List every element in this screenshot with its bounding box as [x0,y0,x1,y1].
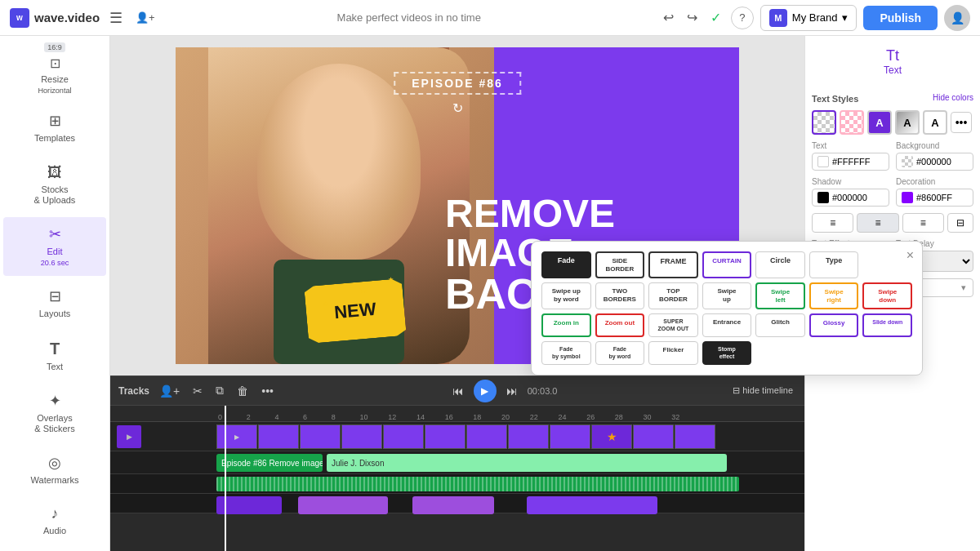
add-track-button[interactable]: 👤+ [156,383,183,399]
effect-curtain[interactable]: CURTAIN [702,251,752,278]
more-styles-button[interactable]: ••• [951,112,972,133]
stocks-icon: 🖼 [47,164,62,181]
effect-super-zoom[interactable]: SUPERZOOM OUT [648,313,698,337]
effect-swipe-up[interactable]: Swipeup [702,282,752,309]
style-outline-a[interactable]: A [923,110,947,135]
style-checkered[interactable] [812,110,836,135]
canvas-new-sticker[interactable]: NEW [304,278,407,344]
sidebar-item-audio[interactable]: ♪ Audio [3,497,106,544]
track-audio-content[interactable] [216,474,804,493]
publish-button[interactable]: Publish [863,6,938,30]
prev-button[interactable]: ⏮ [449,383,467,399]
overlays-icon: ✦ [49,392,61,410]
align-left-button[interactable]: ≡ [812,213,853,233]
text-tab-icon: Tt [886,47,899,64]
undo-button[interactable]: ↩ [660,7,677,29]
canvas-episode-text[interactable]: EPISODE #86 [394,72,521,95]
sidebar-item-label: Audio [43,526,66,536]
effect-fade-word[interactable]: Fadeby word [595,341,645,365]
sidebar-item-layouts[interactable]: ⊟ Layouts [3,279,106,327]
style-gradient-a[interactable]: A [895,110,920,135]
playhead[interactable] [225,406,226,551]
effect-frame[interactable]: FRAME [648,251,698,278]
close-dropdown-button[interactable]: × [906,248,914,263]
effect-flicker[interactable]: Flicker [648,341,698,365]
hide-timeline-button[interactable]: ⊟ hide timeline [729,384,796,398]
sidebar-item-resize[interactable]: 16:9 ⊡ ResizeHorizontal [3,38,106,100]
effect-entrance[interactable]: Entrance [702,313,752,337]
deco-color-swatch [902,192,913,203]
sub-clip-3[interactable] [412,496,494,514]
track-clip-1[interactable]: Episode #86 Remove image backgrou... [216,454,323,472]
text-color-label: Text [812,141,889,150]
canvas-star-1: ★ [359,284,368,295]
style-pink[interactable] [840,110,864,135]
sub-clip-2[interactable] [298,496,388,514]
timeline: Tracks 👤+ ✂ ⧉ 🗑 ••• ⏮ ▶ ⏭ 00:03.0 ⊟ hide… [110,375,804,551]
hide-colors-link[interactable]: Hide colors [933,93,973,102]
effect-swipe-left[interactable]: Swipeleft [755,282,805,309]
sidebar-item-watermarks[interactable]: ◎ Watermarks [3,446,106,494]
audio-icon: ♪ [51,505,59,522]
shadow-color-input[interactable]: #000000 [812,189,889,207]
copy-button[interactable]: ⧉ [212,382,227,399]
help-button[interactable]: ? [731,7,754,29]
track-audio [110,474,804,494]
sidebar-item-stocks[interactable]: 🖼 Stocks& Uploads [3,156,106,214]
align-center-button[interactable]: ≡ [857,213,898,233]
style-purple-a[interactable]: A [867,110,892,135]
effect-fade[interactable]: Fade [541,251,591,278]
avatar[interactable]: 👤 [944,5,970,31]
sidebar-item-edit[interactable]: ✂ Edit20.6 sec [3,217,106,276]
sidebar-item-text[interactable]: T Text [3,331,106,380]
effect-circle[interactable]: Circle [755,251,805,278]
sidebar-item-templates[interactable]: ⊞ Templates [3,104,106,152]
effect-type[interactable]: Type [809,251,859,278]
effect-glossy[interactable]: Glossy [809,313,859,337]
effect-zoom-in[interactable]: Zoom in [541,313,591,337]
effect-swipe-up-word[interactable]: Swipe upby word [541,282,591,309]
effect-swipe-right[interactable]: Swiperight [809,282,859,309]
effect-swipe-down[interactable]: Swipedown [862,282,912,309]
sidebar-item-label: Templates [34,133,75,144]
more-button[interactable]: ••• [258,383,277,399]
bg-color-input[interactable]: #000000 [896,153,973,171]
thumb-2 [258,424,299,449]
effect-side-border[interactable]: SIDEBORDER [595,251,645,278]
sub-clip-4[interactable] [527,496,657,514]
sub-clip-1[interactable] [216,496,282,514]
track-sub-content[interactable] [216,494,804,513]
thumb-star: ★ [591,424,632,449]
effect-stomp[interactable]: Stompeffect [702,341,752,365]
effect-top-border[interactable]: TOP BORDER [648,282,698,309]
align-row: ≡ ≡ ≡ ⊟ [812,213,973,233]
save-button[interactable]: ✓ [707,7,724,29]
sidebar-item-captions[interactable]: ▤ Captions [3,548,106,551]
logo[interactable]: w wave.video [10,8,100,28]
track-thumbnails-content[interactable]: ▶ ★ [216,422,804,451]
track-video-content[interactable]: Episode #86 Remove image backgrou... Jul… [216,451,804,473]
next-button[interactable]: ⏭ [503,383,521,399]
effect-fade-symbol[interactable]: Fadeby symbol [541,341,591,365]
text-color-input[interactable]: #FFFFFF [812,153,889,171]
redo-button[interactable]: ↪ [684,7,701,29]
track-clip-2[interactable]: Julie J. Dixson [327,454,727,472]
effect-slide-down[interactable]: Slide down [862,313,912,337]
text-color-value: #FFFFFF [832,157,870,167]
deco-color-input[interactable]: #8600FF [896,189,973,207]
effect-two-borders[interactable]: TWO BORDERS [595,282,645,309]
canvas-rotate-handle[interactable]: ↻ [452,100,463,116]
text-color-swatch [817,156,829,167]
cut-button[interactable]: ✂ [189,383,206,399]
effect-zoom-out[interactable]: Zoom out [595,313,645,337]
play-button[interactable]: ▶ [474,380,497,402]
align-justify-button[interactable]: ⊟ [947,213,973,233]
add-collaborator-button[interactable]: 👤+ [132,10,158,25]
text-color-group: Text #FFFFFF [812,141,889,171]
align-right-button[interactable]: ≡ [902,213,944,233]
hamburger-button[interactable]: ☰ [109,9,122,27]
sidebar-item-overlays[interactable]: ✦ Overlays& Stickers [3,384,106,442]
brand-selector[interactable]: M My Brand ▾ [760,5,858,31]
effect-glitch[interactable]: Glitch [755,313,805,337]
delete-button[interactable]: 🗑 [234,383,252,399]
